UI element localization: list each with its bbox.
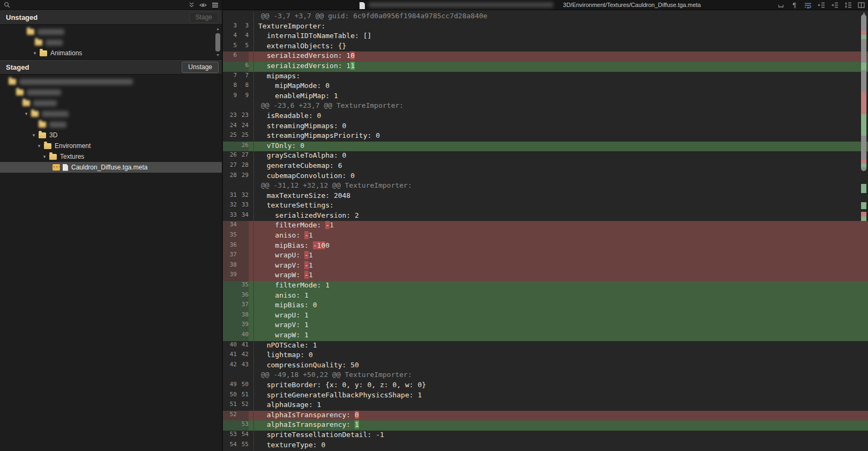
- line-number-old: 40: [223, 341, 237, 351]
- diff-row-ctx[interactable]: 3132 maxTextureSize: 2048: [223, 191, 868, 202]
- tree-item-redacted[interactable]: [0, 76, 222, 87]
- diff-row-hunk[interactable]: @@ -3,7 +3,7 @@ guid: 6c9fd0a0956f1984a9…: [223, 12, 868, 22]
- scroll-up-icon[interactable]: ▲: [215, 27, 221, 31]
- diff-row-ctx[interactable]: 55 externalObjects: {}: [223, 42, 868, 52]
- unstage-button[interactable]: Unstage: [182, 62, 219, 73]
- code-line: enableMipMap: 1: [254, 92, 868, 102]
- chevron-expanded-icon[interactable]: ▾: [31, 132, 36, 138]
- diff-row-add[interactable]: 53 alphaIsTransparency: 1: [223, 420, 868, 431]
- pilcrow-icon[interactable]: ¶: [790, 2, 798, 9]
- diff-row-add[interactable]: 36 aniso: 1: [223, 291, 868, 301]
- code-line: spriteGenerateFallbackPhysicsShape: 1: [254, 391, 868, 401]
- search-input[interactable]: [15, 2, 183, 8]
- tree-item-3D[interactable]: ▾3D: [0, 130, 222, 141]
- diff-row-del[interactable]: 37 wrapU: -1: [223, 251, 868, 261]
- diff-row-del[interactable]: 35 aniso: -1: [223, 231, 868, 241]
- diff-row-ctx[interactable]: 5051 spriteGenerateFallbackPhysicsShape:…: [223, 391, 868, 401]
- folder-icon: [40, 50, 47, 56]
- removed-change-mark: [861, 212, 866, 217]
- unindent-icon[interactable]: [817, 2, 825, 9]
- tree-item-Textures[interactable]: ▾Textures: [0, 151, 222, 162]
- diff-row-ctx[interactable]: 2728 generateCubemap: 6: [223, 161, 868, 172]
- diff-row-add[interactable]: 39 wrapV: 1: [223, 321, 868, 331]
- diff-row-ctx[interactable]: 44 internalIDToNameTable: []: [223, 32, 868, 42]
- line-number-old: 24: [223, 122, 237, 132]
- code-line: vTOnly: 0: [254, 142, 868, 152]
- sidebar: Unstaged Stage ▲ ▼ ▾Animations Staged Un…: [0, 0, 223, 451]
- chevron-expanded-icon[interactable]: ▾: [42, 154, 47, 159]
- line-number-old: 35: [223, 231, 237, 241]
- whitespace-icon[interactable]: [777, 2, 785, 9]
- diff-row-ctx[interactable]: 5455 textureType: 0: [223, 441, 868, 451]
- hunk-header: @@ -3,7 +3,7 @@ guid: 6c9fd0a0956f1984a9…: [254, 12, 868, 22]
- diff-row-del[interactable]: 52 alphaIsTransparency: 0: [223, 411, 868, 421]
- code-line: grayScaleToAlpha: 0: [254, 151, 868, 161]
- diff-row-ctx[interactable]: 5152 alphaUsage: 1: [223, 401, 868, 411]
- diff-row-ctx[interactable]: 88 mipMapMode: 0: [223, 82, 868, 92]
- diff-row-ctx[interactable]: 77 mipmaps:: [223, 72, 868, 82]
- tree-item-Animations[interactable]: ▾Animations: [0, 48, 222, 58]
- collapse-all-icon[interactable]: [188, 1, 195, 9]
- line-number-old: 8: [223, 82, 237, 92]
- diff-row-ctx[interactable]: 4243 compressionQuality: 50: [223, 361, 868, 371]
- code-line: mipBias: 0: [254, 301, 868, 311]
- diff-row-ctx[interactable]: 2323 isReadable: 0: [223, 112, 868, 122]
- diff-row-ctx[interactable]: 2627 grayScaleToAlpha: 0: [223, 151, 868, 161]
- chevron-expanded-icon[interactable]: ▾: [32, 50, 38, 56]
- diff-row-hunk[interactable]: @@ -31,12 +32,12 @@ TextureImporter:: [223, 181, 868, 191]
- diff-row-ctx[interactable]: 33TextureImporter:: [223, 22, 868, 32]
- tree-item-label: Textures: [60, 153, 84, 160]
- code-line: wrapU: 1: [254, 311, 868, 321]
- line-number-new: 37: [238, 301, 249, 311]
- chevron-expanded-icon[interactable]: ▾: [36, 143, 42, 149]
- split-view-icon[interactable]: [857, 2, 865, 9]
- diff-row-hunk[interactable]: @@ -49,18 +50,22 @@ TextureImporter:: [223, 371, 868, 381]
- diff-row-add[interactable]: 6 serializedVersion: 11: [223, 62, 868, 72]
- diff-row-ctx[interactable]: 2525 streamingMipmapsPriority: 0: [223, 131, 868, 142]
- diff-row-ctx[interactable]: 4041 nPOTScale: 1: [223, 341, 868, 351]
- diff-row-ctx[interactable]: 2829 cubemapConvolution: 0: [223, 172, 868, 182]
- diff-row-ctx[interactable]: 3334 serializedVersion: 2: [223, 211, 868, 221]
- diff-row-add[interactable]: 26 vTOnly: 0: [223, 142, 868, 152]
- diff-row-del[interactable]: 34 filterMode: -1: [223, 221, 868, 231]
- tree-item-redacted[interactable]: ▾: [0, 108, 222, 119]
- diff-row-del[interactable]: 36 mipBias: -100: [223, 241, 868, 252]
- line-height-icon[interactable]: [844, 2, 852, 9]
- tree-item-redacted[interactable]: [0, 37, 222, 48]
- diff-row-add[interactable]: 40 wrapW: 1: [223, 331, 868, 341]
- scroll-down-icon[interactable]: ▼: [215, 53, 221, 57]
- diff-row-ctx[interactable]: 5354 spriteTessellationDetail: -1: [223, 431, 868, 441]
- chevron-expanded-icon[interactable]: ▾: [24, 111, 29, 116]
- tree-item-redacted[interactable]: [0, 26, 222, 37]
- tree-item-Environment[interactable]: ▾Environment: [0, 141, 222, 151]
- diff-scrollbar[interactable]: ▲: [860, 10, 867, 451]
- diff-row-del[interactable]: 38 wrapV: -1: [223, 261, 868, 271]
- unstaged-scrollbar[interactable]: ▲ ▼: [215, 26, 221, 58]
- toggle-visibility-icon[interactable]: [199, 1, 207, 9]
- diff-row-ctx[interactable]: 4142 lightmap: 0: [223, 351, 868, 361]
- indent-icon[interactable]: [830, 2, 839, 9]
- tree-item-redacted[interactable]: [0, 87, 222, 98]
- menu-icon[interactable]: [211, 1, 219, 9]
- word-wrap-icon[interactable]: [804, 2, 812, 9]
- folder-icon: [44, 143, 51, 149]
- diff-row-add[interactable]: 37 mipBias: 0: [223, 301, 868, 311]
- tree-item-redacted[interactable]: [0, 119, 222, 130]
- diff-row-ctx[interactable]: 3233 textureSettings:: [223, 201, 868, 211]
- diff-row-add[interactable]: 38 wrapU: 1: [223, 311, 868, 321]
- diff-row-del[interactable]: 39 wrapW: -1: [223, 271, 868, 281]
- line-number-gutter: 2728: [223, 161, 249, 172]
- diff-row-add[interactable]: 35 filterMode: 1: [223, 281, 868, 291]
- line-number-gutter: 39: [223, 271, 249, 281]
- stage-button[interactable]: Stage: [189, 12, 219, 23]
- diff-row-del[interactable]: 6 serializedVersion: 10: [223, 51, 868, 62]
- scrollbar-thumb[interactable]: [215, 33, 220, 51]
- tree-item-Cauldron_Diffuse.tga.meta[interactable]: ···Cauldron_Diffuse.tga.meta: [0, 162, 222, 173]
- diff-row-ctx[interactable]: 2424 streamingMipmaps: 0: [223, 122, 868, 132]
- line-number-gutter: 88: [223, 82, 249, 92]
- diff-row-ctx[interactable]: 99 enableMipMap: 1: [223, 92, 868, 102]
- diff-row-hunk[interactable]: @@ -23,6 +23,7 @@ TextureImporter:: [223, 101, 868, 112]
- diff-row-ctx[interactable]: 4950 spriteBorder: {x: 0, y: 0, z: 0, w:…: [223, 381, 868, 391]
- code-line: cubemapConvolution: 0: [254, 172, 868, 182]
- tree-item-redacted[interactable]: [0, 98, 222, 108]
